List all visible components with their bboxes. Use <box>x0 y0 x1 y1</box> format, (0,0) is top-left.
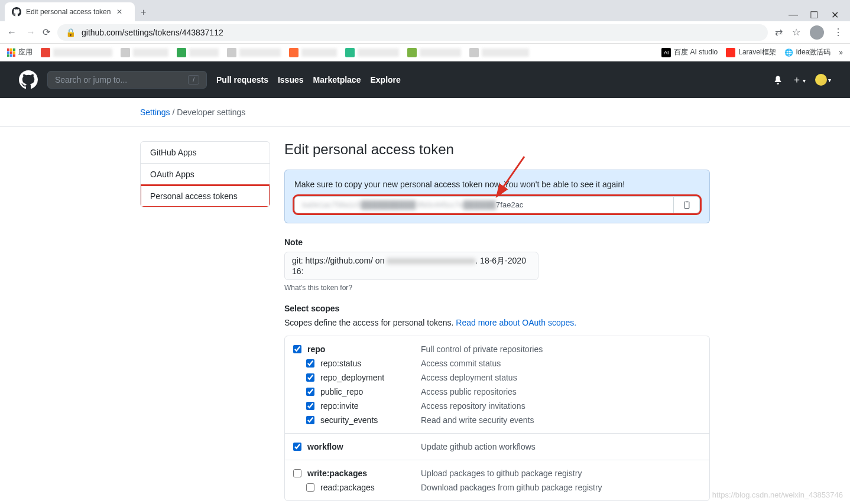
minimize-button[interactable]: — <box>789 9 796 17</box>
bookmark-item-ai[interactable]: AI百度 AI studio <box>661 47 718 57</box>
more-menu-icon[interactable]: ⋮ <box>833 27 843 38</box>
scope-checkbox-repo:status[interactable] <box>306 359 314 368</box>
scope-name: workflow <box>307 442 415 451</box>
bookmark-overflow-icon[interactable]: » <box>839 48 843 57</box>
bookmark-item[interactable] <box>177 48 219 57</box>
scope-desc: Download packages from github package re… <box>421 483 602 492</box>
scopes-learn-more-link[interactable]: Read more about OAuth scopes. <box>456 318 576 327</box>
bookmark-bar: 应用 AI百度 AI studio Laravel框架 🌐idea激活码 » <box>0 44 850 61</box>
scope-group-repo: repoFull control of private repositories… <box>285 336 709 434</box>
scope-name: write:packages <box>307 469 415 478</box>
star-icon[interactable]: ☆ <box>792 27 800 38</box>
scopes-description: Scopes define the access for personal to… <box>284 318 710 327</box>
nav-pull-requests[interactable]: Pull requests <box>216 75 268 84</box>
reload-button[interactable]: ⟳ <box>43 27 50 38</box>
watermark: https://blog.csdn.net/weixin_43853746 <box>712 490 843 499</box>
scope-checkbox-repo[interactable] <box>293 345 301 353</box>
sidebar-item-github-apps[interactable]: GitHub Apps <box>141 142 270 164</box>
notifications-icon[interactable] <box>773 75 783 84</box>
create-new-dropdown[interactable]: ＋▾ <box>792 74 806 86</box>
note-input[interactable]: git: https://github.com/ on . 18-6月-2020… <box>284 252 538 280</box>
scope-name: repo <box>307 344 415 354</box>
scope-desc: Read and write security events <box>421 415 534 425</box>
browser-tab-strip: Edit personal access token ✕ + — ☐ ✕ <box>0 0 850 21</box>
scope-desc: Upload packages to github package regist… <box>421 469 582 478</box>
scope-name: security_events <box>320 415 415 425</box>
github-logo[interactable] <box>19 70 38 89</box>
scope-name: repo:invite <box>320 401 415 411</box>
scope-name: repo_deployment <box>320 373 415 382</box>
github-favicon <box>12 7 21 17</box>
scope-desc: Access commit status <box>421 359 501 368</box>
nav-marketplace[interactable]: Marketplace <box>313 75 361 84</box>
main-content: Edit personal access token Make sure to … <box>284 141 710 501</box>
bookmark-item[interactable] <box>121 48 168 57</box>
bookmark-item[interactable] <box>345 48 399 57</box>
tab-title: Edit personal access token <box>26 8 111 16</box>
scope-name: repo:status <box>320 359 415 368</box>
maximize-button[interactable]: ☐ <box>810 9 817 17</box>
back-button[interactable]: ← <box>7 27 17 38</box>
breadcrumb-developer-settings: Developer settings <box>177 108 245 117</box>
search-input[interactable]: Search or jump to... / <box>47 71 207 89</box>
scope-group-workflow: workflowUpdate github action workflows <box>285 434 709 460</box>
translate-icon[interactable]: ⇄ <box>775 27 783 38</box>
token-flash-banner: Make sure to copy your new personal acce… <box>284 170 710 223</box>
clipboard-icon <box>683 201 691 209</box>
copy-token-button[interactable] <box>674 196 700 213</box>
scope-name: public_repo <box>320 387 415 396</box>
scope-checkbox-repo:invite[interactable] <box>306 402 314 410</box>
scope-desc: Update github action workflows <box>421 442 536 451</box>
browser-tab[interactable]: Edit personal access token ✕ <box>5 2 135 21</box>
svg-line-0 <box>498 157 524 195</box>
page-title: Edit personal access token <box>284 141 710 158</box>
scope-desc: Full control of private repositories <box>421 344 543 354</box>
scope-checkbox-read:packages[interactable] <box>306 483 314 492</box>
nav-issues[interactable]: Issues <box>278 75 304 84</box>
globe-icon: 🌐 <box>784 48 793 57</box>
bookmark-item[interactable] <box>41 48 112 57</box>
bookmark-item-laravel[interactable]: Laravel框架 <box>726 47 776 57</box>
new-tab-button[interactable]: + <box>135 7 152 18</box>
bookmark-item[interactable] <box>227 48 281 57</box>
bookmark-item[interactable] <box>407 48 461 57</box>
slash-hint: / <box>188 75 199 84</box>
scope-desc: Access repository invitations <box>421 401 525 411</box>
sidebar-item-oauth-apps[interactable]: OAuth Apps <box>141 164 270 186</box>
scope-checkbox-repo_deployment[interactable] <box>306 373 314 382</box>
forward-button[interactable]: → <box>26 27 35 38</box>
primary-nav: Pull requests Issues Marketplace Explore <box>216 75 401 84</box>
url-text: github.com/settings/tokens/443837112 <box>82 28 223 37</box>
note-hint: What's this token for? <box>284 284 710 292</box>
bookmark-item-idea[interactable]: 🌐idea激活码 <box>784 47 831 57</box>
bookmark-item[interactable] <box>289 48 337 57</box>
profile-avatar[interactable] <box>810 25 824 40</box>
bookmark-item[interactable] <box>469 48 529 57</box>
scope-checkbox-public_repo[interactable] <box>306 388 314 396</box>
scopes-list: repoFull control of private repositories… <box>284 336 710 501</box>
annotation-arrow <box>492 154 527 200</box>
sidebar-item-personal-access-tokens[interactable]: Personal access tokens <box>141 186 270 207</box>
token-value[interactable]: ba0e1ac758a1c5██████████3fb0c445cc7e████… <box>294 196 674 213</box>
scope-checkbox-security_events[interactable] <box>306 416 314 424</box>
apps-label: 应用 <box>18 47 33 57</box>
lock-icon: 🔒 <box>66 28 76 37</box>
scopes-label: Select scopes <box>284 304 710 313</box>
apps-shortcut[interactable]: 应用 <box>7 47 33 57</box>
address-bar[interactable]: 🔒 github.com/settings/tokens/443837112 <box>57 24 768 41</box>
close-tab-icon[interactable]: ✕ <box>115 8 124 16</box>
user-menu[interactable]: ▾ <box>815 74 831 86</box>
nav-explore[interactable]: Explore <box>370 75 400 84</box>
close-window-button[interactable]: ✕ <box>831 9 838 17</box>
github-header: Search or jump to... / Pull requests Iss… <box>0 61 850 98</box>
scope-checkbox-write:packages[interactable] <box>293 469 301 477</box>
scope-checkbox-workflow[interactable] <box>293 443 301 451</box>
scope-name: read:packages <box>320 483 415 492</box>
search-placeholder: Search or jump to... <box>55 75 127 84</box>
breadcrumb-settings[interactable]: Settings <box>140 108 170 117</box>
settings-sidebar: GitHub AppsOAuth AppsPersonal access tok… <box>140 141 270 501</box>
flash-message: Make sure to copy your new personal acce… <box>294 180 700 189</box>
note-label: Note <box>284 238 710 247</box>
scope-desc: Access deployment status <box>421 373 517 382</box>
window-controls: — ☐ ✕ <box>781 9 845 17</box>
